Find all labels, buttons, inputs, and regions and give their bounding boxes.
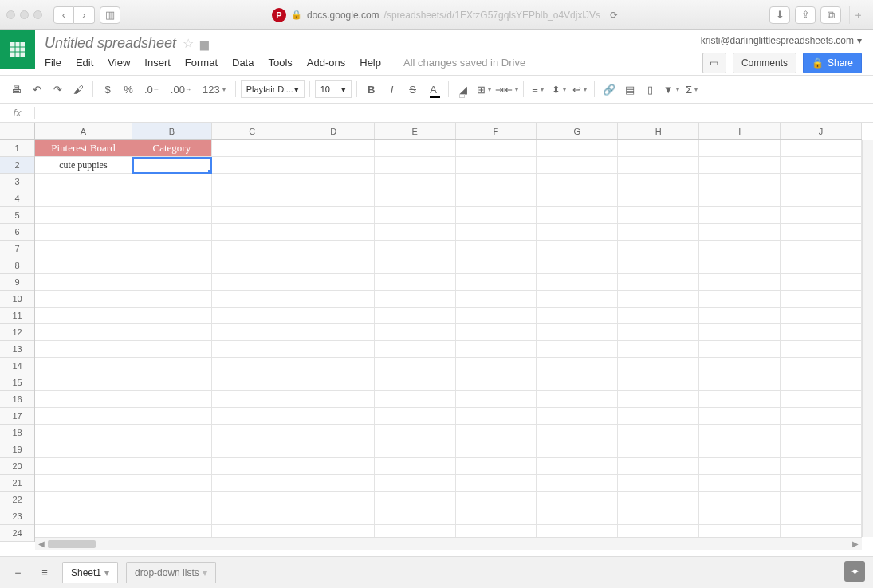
move-folder-icon[interactable]: ▆ bbox=[200, 37, 209, 50]
cell-D10[interactable] bbox=[293, 291, 375, 308]
back-button[interactable]: ‹ bbox=[53, 6, 74, 24]
cell-G18[interactable] bbox=[537, 425, 618, 441]
bold-button[interactable]: B bbox=[362, 80, 381, 99]
cell-A12[interactable] bbox=[35, 324, 132, 341]
cell-B10[interactable] bbox=[132, 291, 212, 308]
insert-link-button[interactable]: 🔗 bbox=[600, 80, 619, 99]
cell-B11[interactable] bbox=[132, 308, 212, 324]
row-header-18[interactable]: 18 bbox=[0, 425, 34, 441]
cell-J1[interactable] bbox=[781, 140, 862, 157]
explore-button[interactable]: ✦ bbox=[844, 561, 865, 582]
cell-J7[interactable] bbox=[781, 241, 862, 257]
horizontal-scrollbar[interactable]: ◀ ▶ bbox=[35, 537, 862, 550]
cell-G7[interactable] bbox=[537, 241, 618, 257]
cell-G3[interactable] bbox=[537, 174, 618, 190]
cell-D3[interactable] bbox=[293, 174, 375, 190]
cell-E8[interactable] bbox=[375, 257, 456, 274]
cell-A21[interactable] bbox=[35, 475, 132, 492]
cell-I2[interactable] bbox=[699, 157, 781, 174]
cell-B22[interactable] bbox=[132, 492, 212, 508]
cell-A15[interactable] bbox=[35, 374, 132, 391]
cell-E16[interactable] bbox=[375, 391, 456, 408]
cell-G20[interactable] bbox=[537, 458, 618, 475]
cell-A8[interactable] bbox=[35, 257, 132, 274]
cell-J2[interactable] bbox=[781, 157, 862, 174]
row-header-17[interactable]: 17 bbox=[0, 408, 34, 425]
add-sheet-button[interactable]: ＋ bbox=[8, 563, 27, 582]
cell-H12[interactable] bbox=[618, 324, 699, 341]
cell-E2[interactable] bbox=[375, 157, 456, 174]
cell-F13[interactable] bbox=[456, 341, 537, 358]
row-header-20[interactable]: 20 bbox=[0, 458, 34, 475]
cell-I22[interactable] bbox=[699, 492, 781, 508]
cell-F11[interactable] bbox=[456, 308, 537, 324]
column-header-H[interactable]: H bbox=[618, 123, 699, 139]
cell-G2[interactable] bbox=[537, 157, 618, 174]
row-header-15[interactable]: 15 bbox=[0, 374, 34, 391]
cell-A11[interactable] bbox=[35, 308, 132, 324]
cell-D21[interactable] bbox=[293, 475, 375, 492]
cell-D15[interactable] bbox=[293, 374, 375, 391]
column-header-C[interactable]: C bbox=[212, 123, 293, 139]
cell-F16[interactable] bbox=[456, 391, 537, 408]
row-header-13[interactable]: 13 bbox=[0, 341, 34, 358]
cell-H22[interactable] bbox=[618, 492, 699, 508]
cell-F10[interactable] bbox=[456, 291, 537, 308]
sheets-logo[interactable] bbox=[0, 30, 35, 69]
cell-I1[interactable] bbox=[699, 140, 781, 157]
select-all-corner[interactable] bbox=[0, 123, 35, 140]
cell-B13[interactable] bbox=[132, 341, 212, 358]
row-header-10[interactable]: 10 bbox=[0, 291, 34, 308]
tabs-button[interactable]: ⧉ bbox=[820, 6, 841, 24]
row-header-12[interactable]: 12 bbox=[0, 324, 34, 341]
cell-B19[interactable] bbox=[132, 441, 212, 458]
sheet-menu-icon[interactable]: ▾ bbox=[104, 567, 109, 578]
cell-J13[interactable] bbox=[781, 341, 862, 358]
cell-E5[interactable] bbox=[375, 207, 456, 224]
cell-C9[interactable] bbox=[212, 274, 293, 291]
row-header-2[interactable]: 2 bbox=[0, 157, 34, 174]
cell-H4[interactable] bbox=[618, 190, 699, 207]
cell-H3[interactable] bbox=[618, 174, 699, 190]
cell-I15[interactable] bbox=[699, 374, 781, 391]
cell-I13[interactable] bbox=[699, 341, 781, 358]
cell-I3[interactable] bbox=[699, 174, 781, 190]
cell-A7[interactable] bbox=[35, 241, 132, 257]
cell-J8[interactable] bbox=[781, 257, 862, 274]
text-wrap-button[interactable]: ↩ bbox=[570, 80, 589, 99]
zoom-window-icon[interactable] bbox=[33, 10, 42, 19]
cell-G10[interactable] bbox=[537, 291, 618, 308]
cell-D19[interactable] bbox=[293, 441, 375, 458]
cell-E3[interactable] bbox=[375, 174, 456, 190]
cell-C1[interactable] bbox=[212, 140, 293, 157]
cell-A19[interactable] bbox=[35, 441, 132, 458]
cell-F17[interactable] bbox=[456, 408, 537, 425]
cell-J23[interactable] bbox=[781, 508, 862, 525]
cell-B2[interactable] bbox=[132, 157, 212, 174]
paint-format-button[interactable]: 🖌 bbox=[69, 80, 88, 99]
sheet-menu-icon[interactable]: ▾ bbox=[203, 567, 207, 578]
increase-decimal-button[interactable]: .00→ bbox=[166, 80, 196, 99]
cell-C14[interactable] bbox=[212, 358, 293, 374]
cell-H16[interactable] bbox=[618, 391, 699, 408]
cell-C23[interactable] bbox=[212, 508, 293, 525]
cell-B8[interactable] bbox=[132, 257, 212, 274]
column-header-E[interactable]: E bbox=[375, 123, 456, 139]
cell-J3[interactable] bbox=[781, 174, 862, 190]
cell-H18[interactable] bbox=[618, 425, 699, 441]
print-button[interactable]: 🖶 bbox=[6, 80, 26, 99]
document-title[interactable]: Untitled spreadsheet bbox=[45, 35, 176, 52]
column-header-B[interactable]: B bbox=[132, 123, 212, 139]
cell-I17[interactable] bbox=[699, 408, 781, 425]
cell-C7[interactable] bbox=[212, 241, 293, 257]
share-browser-button[interactable]: ⇪ bbox=[795, 6, 816, 24]
cell-A14[interactable] bbox=[35, 358, 132, 374]
strikethrough-button[interactable]: S bbox=[403, 80, 423, 99]
cell-D6[interactable] bbox=[293, 224, 375, 241]
cell-D18[interactable] bbox=[293, 425, 375, 441]
cell-C17[interactable] bbox=[212, 408, 293, 425]
star-icon[interactable]: ☆ bbox=[183, 36, 194, 51]
cell-H11[interactable] bbox=[618, 308, 699, 324]
cell-H8[interactable] bbox=[618, 257, 699, 274]
cell-G16[interactable] bbox=[537, 391, 618, 408]
